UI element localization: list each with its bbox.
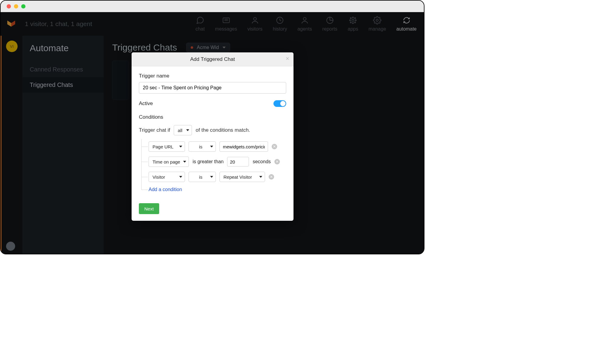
- conditions-heading: Conditions: [139, 114, 286, 120]
- modal-header: Add Triggered Chat ×: [132, 52, 293, 66]
- condition-field-value: Page URL: [153, 144, 173, 149]
- condition-operator-value: is: [199, 174, 203, 180]
- condition-field-select[interactable]: Visitor: [149, 172, 185, 182]
- modal-title: Add Triggered Chat: [190, 56, 235, 62]
- chevron-down-icon: [210, 146, 213, 147]
- active-label: Active: [139, 101, 153, 107]
- window-maximize-dot[interactable]: [21, 4, 25, 8]
- toggle-knob-icon: [280, 101, 286, 106]
- app-root: 1 visitor, 1 chat, 1 agent chat messages…: [1, 12, 424, 254]
- add-condition-link[interactable]: Add a condition: [149, 187, 182, 192]
- condition-value-input[interactable]: [220, 141, 268, 152]
- window-minimize-dot[interactable]: [14, 4, 18, 8]
- condition-field-value: Visitor: [153, 174, 165, 180]
- condition-row: Visitor is Repeat Visitor ✕: [140, 169, 286, 184]
- chevron-down-icon: [210, 176, 213, 178]
- condition-row: Time on page is greater than seconds ✕: [140, 154, 286, 169]
- conditions-intro-post: of the conditions match.: [196, 127, 250, 133]
- condition-operator-select[interactable]: is: [189, 141, 216, 152]
- remove-condition-button[interactable]: ✕: [269, 174, 274, 180]
- add-triggered-chat-modal: Add Triggered Chat × Trigger name Active…: [132, 52, 293, 221]
- remove-condition-button[interactable]: ✕: [272, 144, 277, 149]
- chevron-down-icon: [259, 176, 262, 178]
- condition-field-select[interactable]: Page URL: [149, 141, 185, 152]
- condition-operator-value: is: [199, 144, 203, 149]
- remove-condition-button[interactable]: ✕: [274, 159, 280, 164]
- condition-unit: seconds: [253, 159, 271, 164]
- chevron-down-icon: [183, 161, 186, 163]
- conditions-mode-value: all: [178, 128, 182, 133]
- condition-operator-select[interactable]: is: [189, 172, 216, 182]
- conditions-intro-pre: Trigger chat if: [139, 127, 170, 133]
- agent-avatar[interactable]: [6, 242, 15, 251]
- chevron-down-icon: [179, 146, 182, 147]
- condition-row: Page URL is ✕: [140, 139, 286, 154]
- active-toggle[interactable]: [273, 100, 286, 107]
- conditions-mode-select[interactable]: all: [174, 125, 192, 135]
- condition-field-value: Time on page: [153, 159, 180, 164]
- add-condition-row: Add a condition: [140, 184, 286, 195]
- close-icon[interactable]: ×: [286, 55, 289, 61]
- condition-field-select[interactable]: Time on page: [149, 157, 189, 167]
- trigger-name-input[interactable]: [139, 82, 286, 94]
- condition-value-number[interactable]: [227, 157, 249, 167]
- condition-value-select[interactable]: Repeat Visitor: [220, 172, 265, 182]
- window-close-dot[interactable]: [7, 4, 11, 8]
- chevron-down-icon: [186, 129, 189, 131]
- chevron-down-icon: [179, 176, 182, 178]
- condition-operator-text: is greater than: [193, 159, 223, 164]
- next-button[interactable]: Next: [139, 203, 159, 214]
- window-titlebar: [1, 1, 424, 12]
- condition-value-text: Repeat Visitor: [223, 174, 252, 180]
- trigger-name-label: Trigger name: [139, 73, 286, 79]
